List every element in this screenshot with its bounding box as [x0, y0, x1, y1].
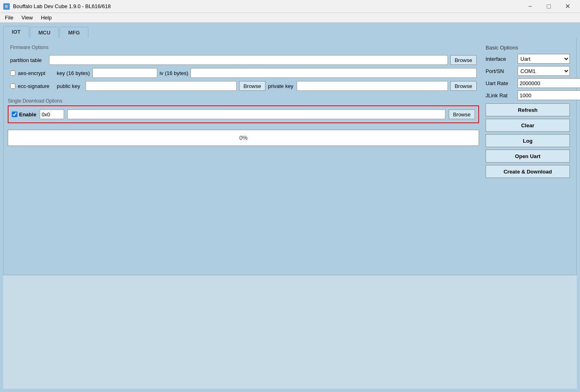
- single-download-label: Single Download Options: [8, 98, 479, 104]
- jlink-rate-input[interactable]: [518, 90, 580, 100]
- main-content: Firmware Options partition table Browse …: [3, 38, 577, 275]
- close-button[interactable]: ✕: [558, 0, 577, 13]
- key-input[interactable]: [92, 68, 157, 78]
- key-label: key (16 bytes): [57, 70, 90, 76]
- tab-mcu[interactable]: MCU: [30, 27, 59, 38]
- right-panel: Basic Options Interface Uart USB JLink P…: [483, 42, 572, 271]
- port-sn-label: Port/SN: [486, 68, 516, 74]
- enable-label: Enable: [19, 111, 36, 118]
- private-key-input[interactable]: [297, 81, 448, 91]
- menu-help[interactable]: Help: [38, 14, 55, 21]
- menu-view[interactable]: View: [18, 14, 36, 21]
- title-bar: B Bouffalo Lab Dev Cube 1.9.0 - BL616/61…: [0, 0, 580, 13]
- firmware-options-section: Firmware Options partition table Browse …: [8, 42, 479, 93]
- action-buttons: Refresh Clear Log Open Uart Create & Dow…: [486, 103, 570, 178]
- create-download-button[interactable]: Create & Download: [486, 165, 570, 178]
- menu-bar: File View Help: [0, 13, 580, 23]
- log-button[interactable]: Log: [486, 134, 570, 147]
- partition-table-browse-button[interactable]: Browse: [450, 55, 477, 65]
- open-uart-button[interactable]: Open Uart: [486, 150, 570, 163]
- interface-label: Interface: [486, 56, 516, 62]
- window-title: Bouffalo Lab Dev Cube 1.9.0 - BL616/618: [13, 3, 111, 9]
- enable-checkbox[interactable]: [12, 111, 17, 117]
- partition-table-input[interactable]: [49, 55, 448, 65]
- iv-input[interactable]: [190, 68, 477, 78]
- tab-bar: IOT MCU MFG: [3, 26, 577, 38]
- tab-iot[interactable]: IOT: [3, 26, 29, 38]
- address-input[interactable]: [40, 109, 64, 119]
- port-sn-row: Port/SN COM1 COM2 COM3: [486, 66, 570, 76]
- app-icon: B: [3, 3, 10, 10]
- private-key-label: private key: [268, 83, 294, 89]
- window-controls: − □ ✕: [521, 0, 577, 13]
- public-key-label: public key: [57, 83, 83, 89]
- tab-mfg[interactable]: MFG: [60, 27, 88, 38]
- maximize-button[interactable]: □: [539, 0, 558, 13]
- menu-file[interactable]: File: [2, 14, 17, 21]
- iv-label: iv (16 bytes): [160, 70, 188, 76]
- left-panel: Firmware Options partition table Browse …: [8, 42, 479, 271]
- file-path-input[interactable]: [67, 109, 445, 119]
- minimize-button[interactable]: −: [521, 0, 539, 13]
- jlink-rate-label: JLink Rat: [486, 92, 516, 99]
- interface-row: Interface Uart USB JLink: [486, 54, 570, 64]
- interface-select[interactable]: Uart USB JLink: [518, 54, 570, 64]
- public-key-browse-button[interactable]: Browse: [239, 81, 265, 91]
- ecc-signature-label: ecc-signature: [18, 83, 54, 89]
- aes-encrypt-label: aes-encrypt: [18, 70, 54, 76]
- single-download-box: Enable Browse: [8, 105, 479, 123]
- public-key-input[interactable]: [86, 81, 237, 91]
- ecc-signature-checkbox[interactable]: [10, 84, 15, 89]
- refresh-button[interactable]: Refresh: [486, 103, 570, 116]
- basic-options-title: Basic Options: [486, 45, 570, 51]
- basic-options-section: Basic Options Interface Uart USB JLink P…: [483, 42, 572, 180]
- partition-table-label: partition table: [10, 57, 47, 63]
- private-key-browse-button[interactable]: Browse: [450, 81, 477, 91]
- partition-table-row: partition table Browse: [10, 55, 477, 65]
- firmware-options-label: Firmware Options: [10, 45, 477, 50]
- uart-rate-row: Uart Rate: [486, 78, 570, 88]
- single-download-section: Single Download Options Enable Browse: [8, 98, 479, 123]
- jlink-rate-row: JLink Rat: [486, 90, 570, 100]
- single-download-browse-button[interactable]: Browse: [449, 109, 475, 119]
- aes-encrypt-checkbox[interactable]: [10, 71, 15, 76]
- uart-rate-input[interactable]: [518, 78, 580, 88]
- uart-rate-label: Uart Rate: [486, 80, 516, 86]
- app-body: IOT MCU MFG Firmware Options partition t…: [0, 23, 580, 392]
- enable-check-group: Enable: [12, 111, 36, 118]
- clear-button[interactable]: Clear: [486, 119, 570, 132]
- bottom-area: [3, 275, 577, 389]
- progress-bar-container: 0%: [8, 130, 479, 146]
- progress-text: 0%: [239, 135, 247, 141]
- port-sn-select[interactable]: COM1 COM2 COM3: [518, 66, 570, 76]
- aes-encrypt-row: aes-encrypt key (16 bytes) iv (16 bytes): [10, 68, 477, 78]
- ecc-signature-row: ecc-signature public key Browse private …: [10, 81, 477, 91]
